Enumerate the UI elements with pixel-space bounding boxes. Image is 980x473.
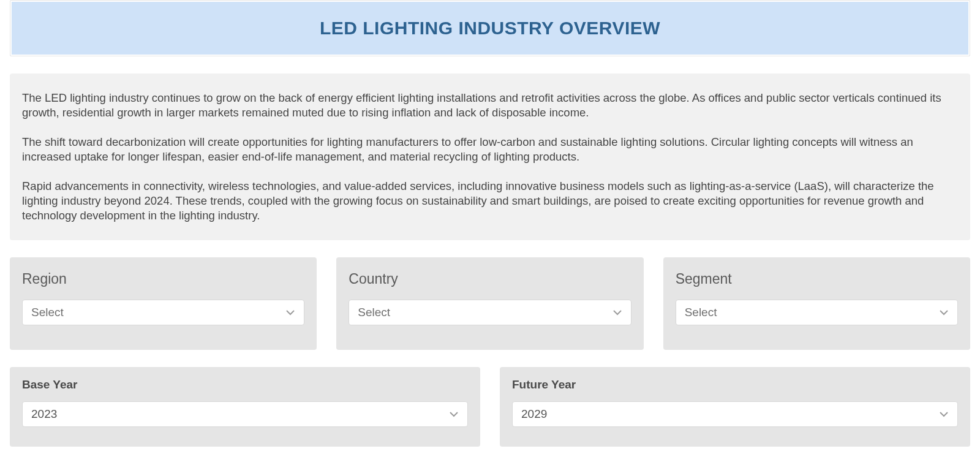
country-filter-card: Country Select <box>336 257 643 350</box>
title-banner: LED LIGHTING INDUSTRY OVERVIEW <box>10 0 970 56</box>
filter-row: Region Select Country Select Segment Sel… <box>10 257 970 350</box>
future-year-card: Future Year 2029 <box>500 367 970 447</box>
country-select[interactable]: Select <box>349 300 631 325</box>
region-label: Region <box>22 271 304 287</box>
chevron-down-icon <box>939 409 949 419</box>
segment-select-value: Select <box>685 306 939 319</box>
region-select-value: Select <box>31 306 285 319</box>
overview-box: The LED lighting industry continues to g… <box>10 74 970 240</box>
overview-paragraph-2: The shift toward decarbonization will cr… <box>22 135 958 164</box>
segment-select[interactable]: Select <box>676 300 958 325</box>
future-year-select[interactable]: 2029 <box>512 401 958 427</box>
overview-paragraph-3: Rapid advancements in connectivity, wire… <box>22 179 958 223</box>
year-row: Base Year 2023 Future Year 2029 <box>10 367 970 447</box>
chevron-down-icon <box>449 409 459 419</box>
region-filter-card: Region Select <box>10 257 317 350</box>
country-label: Country <box>349 271 631 287</box>
future-year-value: 2029 <box>521 407 939 421</box>
chevron-down-icon <box>285 308 295 317</box>
base-year-value: 2023 <box>31 407 449 421</box>
page-title: LED LIGHTING INDUSTRY OVERVIEW <box>10 18 970 39</box>
base-year-select[interactable]: 2023 <box>22 401 468 427</box>
segment-filter-card: Segment Select <box>663 257 970 350</box>
chevron-down-icon <box>939 308 949 317</box>
overview-paragraph-1: The LED lighting industry continues to g… <box>22 91 958 120</box>
chevron-down-icon <box>612 308 622 317</box>
base-year-label: Base Year <box>22 378 468 392</box>
country-select-value: Select <box>358 306 612 319</box>
segment-label: Segment <box>676 271 958 287</box>
future-year-label: Future Year <box>512 378 958 392</box>
base-year-card: Base Year 2023 <box>10 367 480 447</box>
region-select[interactable]: Select <box>22 300 304 325</box>
